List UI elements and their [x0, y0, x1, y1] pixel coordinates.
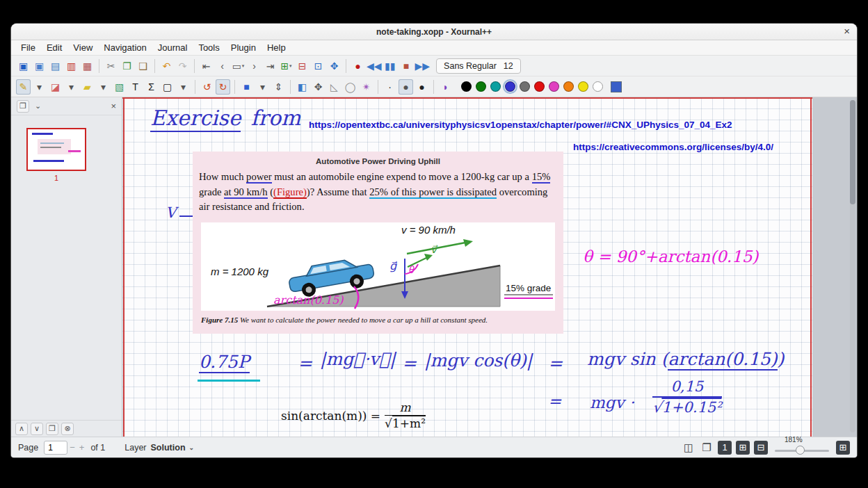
two-page-view-button[interactable]: ◫	[682, 441, 696, 455]
source-url-link[interactable]: https://opentextbc.ca/universityphysicsv…	[309, 120, 732, 130]
zoom-100-button[interactable]: ⊞	[836, 441, 850, 455]
color-swatch-ffffff[interactable]	[593, 81, 603, 92]
image-tool-icon[interactable]: ▧	[112, 79, 127, 95]
last-page-icon[interactable]: ⇥	[263, 58, 278, 74]
color-swatch-707070[interactable]	[520, 81, 530, 92]
stop-icon[interactable]: ■	[399, 58, 414, 74]
math-tex-tool-icon[interactable]: Σ	[144, 79, 159, 95]
grade-label: 15% grade	[506, 283, 551, 293]
menu-edit[interactable]: Edit	[41, 41, 67, 54]
font-name: Sans Regular	[444, 61, 497, 71]
menu-journal[interactable]: Journal	[152, 41, 193, 54]
save-icon[interactable]: ▣	[16, 58, 31, 74]
menu-view[interactable]: View	[67, 41, 98, 54]
color-swatch-000000[interactable]	[461, 81, 472, 92]
goto-page-icon[interactable]: ▭▾	[231, 58, 246, 74]
page-thumbnail[interactable]	[26, 128, 86, 171]
sidebar-close-icon[interactable]: ×	[111, 101, 116, 111]
menu-file[interactable]: File	[15, 41, 41, 54]
zoom-fit-icon[interactable]: ⊡	[311, 58, 326, 74]
problem-text: How much power must an automobile engine…	[199, 170, 557, 215]
equation-term-4-fraction: 0,15 √1+0.15²	[652, 378, 722, 416]
menu-help[interactable]: Help	[262, 41, 291, 54]
titlebar[interactable]: note-taking.xopp - Xournal++ ×	[11, 24, 857, 40]
selection-color-icon[interactable]: ■	[239, 79, 254, 95]
scroll-down-icon[interactable]: ∨	[31, 423, 43, 435]
zoom-out-button[interactable]: ⊟	[754, 441, 768, 455]
undo-icon[interactable]: ↶	[159, 58, 174, 74]
equals-3: =	[548, 353, 563, 373]
color-swatch-0aa0a0[interactable]	[490, 81, 501, 92]
shape-tool-icon[interactable]: ▢	[160, 79, 175, 95]
scroll-up-icon[interactable]: ∧	[15, 423, 28, 435]
focus-page-icon[interactable]: ⊗	[61, 423, 74, 435]
pen-options-icon[interactable]: ▾	[32, 79, 47, 95]
shape-options-icon[interactable]: ▾	[176, 79, 191, 95]
print-icon[interactable]: ▦	[80, 58, 95, 74]
text-tool-icon[interactable]: T	[128, 79, 143, 95]
first-page-icon[interactable]: ⇤	[199, 58, 214, 74]
thickness-fine-icon[interactable]: ·	[383, 79, 397, 95]
single-page-view-button[interactable]: ❐	[700, 441, 714, 455]
selection-color-options-icon[interactable]: ▾	[255, 79, 270, 95]
redo-icon[interactable]: ↷	[175, 58, 190, 74]
color-swatch-f08010[interactable]	[563, 81, 574, 92]
open-icon[interactable]: ▤	[48, 58, 63, 74]
page-decrement-button[interactable]: −	[70, 442, 75, 453]
menu-plugin[interactable]: Plugin	[225, 41, 262, 54]
ruler-tool-icon[interactable]: ◺	[327, 79, 341, 95]
zoom-in-button[interactable]: ⊞	[736, 441, 750, 455]
color-swatch-f0e010[interactable]	[578, 81, 588, 92]
color-swatch-3333cc[interactable]	[505, 81, 515, 92]
vertical-scrollbar[interactable]	[850, 100, 855, 432]
presentation-mode-button[interactable]: 1	[718, 441, 732, 455]
highlighter-options-icon[interactable]: ▾	[96, 79, 111, 95]
scrollbar-thumb[interactable]	[850, 100, 855, 204]
zoom-slider-thumb[interactable]	[796, 446, 805, 455]
color-picker-swatch[interactable]	[611, 81, 622, 92]
snap-rotation-icon[interactable]: ↺	[200, 79, 214, 95]
highlighter-tool-icon[interactable]: ▰	[80, 79, 95, 95]
preview-pane-icon[interactable]: ❐	[17, 100, 29, 113]
copy-icon[interactable]: ❐	[120, 58, 134, 74]
layer-selector[interactable]: Solution ⌄	[151, 443, 195, 453]
sidebar-dropdown-icon[interactable]: ⌄	[35, 101, 41, 111]
rewind-icon[interactable]: ◀◀	[367, 58, 382, 74]
pen-tool-icon[interactable]: ✎	[16, 79, 31, 95]
record-audio-icon[interactable]: ●	[351, 58, 365, 74]
export-pdf-icon[interactable]: ▥	[64, 58, 79, 74]
ellipse-tool-icon[interactable]: ◯	[343, 79, 357, 95]
duplicate-page-icon[interactable]: ❐	[46, 423, 58, 435]
color-swatch-e040c0[interactable]	[549, 81, 559, 92]
hand-tool-icon[interactable]: ✥	[311, 79, 326, 95]
delete-page-icon[interactable]: ⊟	[295, 58, 310, 74]
save-as-icon[interactable]: ▣	[32, 58, 47, 74]
lasso-tool-icon[interactable]: ◗	[438, 79, 453, 95]
page-number-input[interactable]	[44, 441, 67, 455]
snap-grid-icon[interactable]: ↻	[216, 79, 230, 95]
window-close-icon[interactable]: ×	[844, 25, 850, 37]
font-selector[interactable]: Sans Regular 12	[436, 58, 521, 74]
thickness-thick-icon[interactable]: ●	[415, 79, 429, 95]
color-swatch-0a7a0a[interactable]	[476, 81, 486, 92]
fullscreen-icon[interactable]: ✥	[327, 58, 341, 74]
menu-navigation[interactable]: Navigation	[98, 41, 152, 54]
forward-icon[interactable]: ▶▶	[415, 58, 431, 74]
fill-tool-icon[interactable]: ◧	[295, 79, 310, 95]
eraser-tool-icon[interactable]: ◪	[48, 79, 63, 95]
page-increment-button[interactable]: +	[79, 442, 85, 453]
vertical-space-tool-icon[interactable]: ⇕	[271, 79, 286, 95]
eraser-options-icon[interactable]: ▾	[64, 79, 79, 95]
add-page-icon[interactable]: ⊞▾	[279, 58, 294, 74]
next-page-icon[interactable]: ›	[247, 58, 262, 74]
menu-tools[interactable]: Tools	[193, 41, 225, 54]
color-swatch-e01010[interactable]	[534, 81, 545, 92]
previous-page-icon[interactable]: ‹	[215, 58, 230, 74]
spline-tool-icon[interactable]: ✴	[359, 79, 373, 95]
paste-icon[interactable]: ❑	[136, 58, 150, 74]
canvas-page[interactable]: Exercisefrom https://opentextbc.ca/unive…	[122, 97, 812, 437]
thickness-medium-icon[interactable]: ●	[399, 79, 413, 95]
pause-icon[interactable]: ▮▮	[383, 58, 398, 74]
license-url-link[interactable]: https://creativecommons.org/licenses/by/…	[573, 142, 773, 152]
cut-icon[interactable]: ✂	[104, 58, 118, 74]
